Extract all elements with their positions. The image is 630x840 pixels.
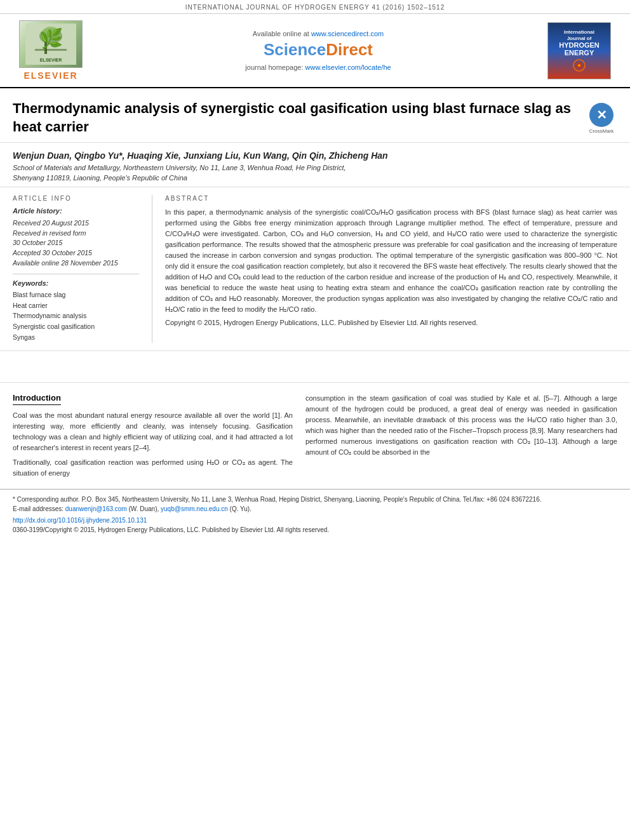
journal-citation: International Journal of Hydrogen Energy… (185, 4, 445, 11)
intro-left-column: Introduction Coal was the most abundant … (13, 393, 303, 483)
elsevier-text: ELSEVIER (23, 70, 77, 81)
spacer (0, 351, 630, 383)
article-title: Thermodynamic analysis of synergistic co… (13, 100, 586, 136)
svg-point-1 (39, 29, 62, 44)
intro-paragraph-2: Traditionally, coal gasification reactio… (13, 457, 293, 479)
affiliation: School of Materials and Metallurgy, Nort… (13, 163, 617, 183)
email-link-1[interactable]: duanwenjn@163.com (65, 505, 127, 512)
email-addresses: E-mail addresses: duanwenjn@163.com (W. … (13, 504, 617, 514)
authors-list: Wenjun Duan, Qingbo Yu*, Huaqing Xie, Ju… (13, 150, 617, 161)
svg-rect-4 (35, 49, 67, 51)
article-info-heading: Article Info (13, 195, 139, 202)
received-revised-date: 30 October 2015 (13, 238, 139, 248)
received-date: Received 20 August 2015 (13, 218, 139, 229)
intro-right-paragraph-1: consumption in the steam gasification of… (305, 393, 617, 458)
introduction-section: Introduction Coal was the most abundant … (0, 383, 630, 483)
svg-rect-2 (44, 35, 47, 54)
footer-copyright: 0360-3199/Copyright © 2015, Hydrogen Ene… (13, 526, 617, 533)
accepted-date: Accepted 30 October 2015 (13, 248, 139, 258)
abstract-body: In this paper, a thermodynamic analysis … (165, 207, 617, 329)
journal-logo-energy: ENERGY (565, 49, 594, 57)
received-revised-label: Received in revised form (13, 229, 139, 239)
info-divider (13, 274, 139, 274)
header: ELSEVIER ELSEVIER Available online at ww… (0, 14, 630, 88)
intro-paragraph-1: Coal was the most abundant natural energ… (13, 410, 293, 453)
crossmark-label: CrossMark (589, 128, 614, 134)
journal-header-bar: International Journal of Hydrogen Energy… (0, 0, 630, 14)
svg-point-8 (578, 64, 580, 67)
journal-homepage-text: journal homepage: www.elsevier.com/locat… (102, 63, 535, 71)
hydrogen-energy-logo: InternationalJournal of HYDROGEN ENERGY (547, 22, 611, 79)
elsevier-image: ELSEVIER (19, 20, 83, 68)
article-history-label: Article history: (13, 207, 139, 215)
sciencedirect-logo: ScienceDirect (102, 40, 535, 60)
footnotes-section: * Corresponding author. P.O. Box 345, No… (0, 489, 630, 537)
available-online-date: Available online 28 November 2015 (13, 258, 139, 269)
keyword-blast-furnace: Blast furnace slag (13, 290, 139, 300)
article-info-column: Article Info Article history: Received 2… (13, 195, 152, 343)
abstract-heading: Abstract (165, 195, 617, 202)
email-link-2[interactable]: yuqb@smm.neu.edu.cn (161, 505, 228, 512)
authors-section: Wenjun Duan, Qingbo Yu*, Huaqing Xie, Ju… (0, 143, 630, 187)
svg-point-3 (42, 27, 60, 39)
journal-homepage-link[interactable]: www.elsevier.com/locate/he (305, 63, 391, 71)
info-abstract-section: Article Info Article history: Received 2… (0, 187, 630, 351)
keywords-label: Keywords: (13, 279, 139, 287)
header-center: Available online at www.sciencedirect.co… (89, 30, 547, 71)
intro-right-column: consumption in the steam gasification of… (303, 393, 617, 483)
journal-logo-line1: InternationalJournal of (564, 29, 594, 41)
elsevier-logo-container: ELSEVIER ELSEVIER (13, 20, 89, 81)
journal-logo-hydrogen: HYDROGEN (559, 41, 600, 49)
svg-text:ELSEVIER: ELSEVIER (40, 58, 62, 62)
abstract-column: Abstract In this paper, a thermodynamic … (152, 195, 617, 343)
doi-link[interactable]: http://dx.doi.org/10.1016/j.ijhydene.201… (13, 517, 147, 524)
corresponding-author: * Corresponding author. P.O. Box 345, No… (13, 495, 617, 504)
introduction-heading: Introduction (13, 393, 61, 405)
science-part: Science (264, 40, 326, 59)
sciencedirect-link[interactable]: www.sciencedirect.com (311, 30, 384, 37)
available-online-text: Available online at www.sciencedirect.co… (102, 30, 535, 37)
article-title-section: Thermodynamic analysis of synergistic co… (0, 88, 630, 143)
crossmark-icon: ✕ (589, 103, 613, 127)
keyword-synergistic: Synergistic coal gasification (13, 321, 139, 332)
journal-logo-container: InternationalJournal of HYDROGEN ENERGY (547, 22, 617, 79)
keyword-thermodynamic: Thermodynamic analysis (13, 310, 139, 321)
direct-part: Direct (326, 40, 373, 59)
keyword-heat-carrier: Heat carrier (13, 300, 139, 311)
crossmark-container: ✕ CrossMark (586, 103, 617, 134)
keyword-syngas: Syngas (13, 332, 139, 343)
